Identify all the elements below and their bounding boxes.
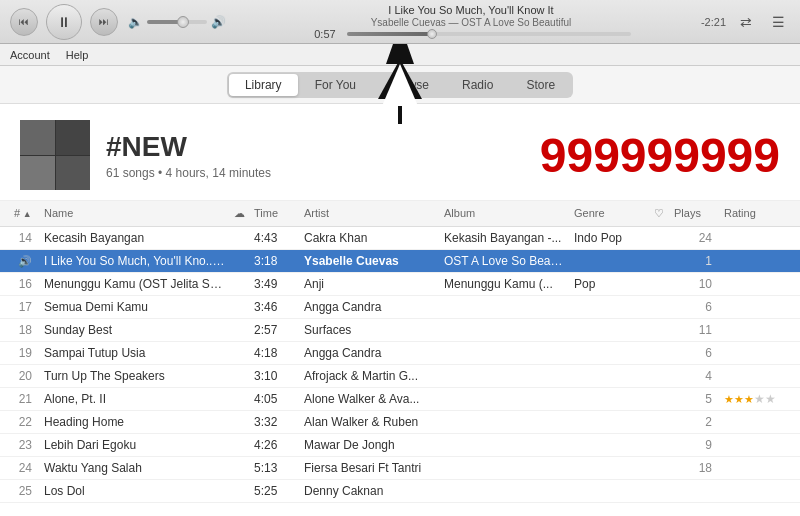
plays-count: 999999999: [540, 128, 780, 183]
tab-for-you[interactable]: For You: [299, 74, 372, 96]
table-row[interactable]: 18Sunday Best2:57Surfaces11: [0, 319, 800, 342]
menu-help[interactable]: Help: [66, 49, 89, 61]
tab-store[interactable]: Store: [510, 74, 571, 96]
track-heart[interactable]: [650, 375, 670, 377]
track-artist: Angga Candra: [300, 345, 440, 361]
tab-radio[interactable]: Radio: [446, 74, 509, 96]
track-rating[interactable]: [720, 490, 790, 492]
cloud-status: [230, 329, 250, 331]
album-name: #NEW: [106, 130, 540, 164]
star-filled: ★: [724, 393, 734, 405]
time-remaining: -2:21: [701, 16, 726, 28]
album-info: #NEW 61 songs • 4 hours, 14 minutes: [106, 130, 540, 180]
table-row[interactable]: 14Kecasih Bayangan4:43Cakra KhanKekasih …: [0, 227, 800, 250]
track-name: Waktu Yang Salah: [40, 460, 230, 476]
th-plays[interactable]: Plays: [670, 205, 720, 222]
volume-high-icon: 🔊: [211, 15, 226, 29]
track-album: [440, 375, 570, 377]
track-plays: 6: [670, 345, 720, 361]
track-number: 17: [10, 299, 40, 315]
tab-browse[interactable]: Browse: [373, 74, 445, 96]
th-time[interactable]: Time: [250, 205, 300, 222]
menu-bar: Account Help: [0, 44, 800, 66]
play-button[interactable]: ⏸: [46, 4, 82, 40]
table-row[interactable]: 19Sampai Tutup Usia4:18Angga Candra6: [0, 342, 800, 365]
track-heart[interactable]: [650, 306, 670, 308]
table-row[interactable]: 23Lebih Dari Egoku4:26Mawar De Jongh9: [0, 434, 800, 457]
next-button[interactable]: ⏭: [90, 8, 118, 36]
th-rating[interactable]: Rating: [720, 205, 790, 222]
track-number: 16: [10, 276, 40, 292]
track-heart[interactable]: [650, 444, 670, 446]
track-rating[interactable]: [720, 260, 790, 262]
track-album: [440, 490, 570, 492]
volume-slider[interactable]: [147, 20, 207, 24]
th-number[interactable]: #: [10, 205, 40, 222]
table-row[interactable]: 21Alone, Pt. II4:05Alone Walker & Ava...…: [0, 388, 800, 411]
table-row[interactable]: 17Semua Demi Kamu3:46Angga Candra6: [0, 296, 800, 319]
track-rating[interactable]: [720, 467, 790, 469]
progress-bar-container: 0:57: [311, 28, 631, 40]
prev-button[interactable]: ⏮: [10, 8, 38, 36]
track-album: [440, 352, 570, 354]
track-heart[interactable]: [650, 283, 670, 285]
table-row[interactable]: 22Heading Home3:32Alan Walker & Ruben2: [0, 411, 800, 434]
track-heart[interactable]: [650, 398, 670, 400]
th-genre[interactable]: Genre: [570, 205, 650, 222]
track-heart[interactable]: [650, 421, 670, 423]
progress-thumb[interactable]: [427, 29, 437, 39]
track-artist: Afrojack & Martin G...: [300, 368, 440, 384]
track-rating[interactable]: [720, 375, 790, 377]
table-row[interactable]: 25Los Dol5:25Denny Caknan: [0, 480, 800, 503]
track-album: [440, 306, 570, 308]
track-time: 5:13: [250, 460, 300, 476]
album-art-cell-3: [20, 156, 55, 191]
progress-track[interactable]: [347, 32, 631, 36]
track-rating[interactable]: [720, 444, 790, 446]
track-rating[interactable]: [720, 237, 790, 239]
track-heart[interactable]: [650, 467, 670, 469]
nav-tabs: Library For You Browse Radio Store: [227, 72, 573, 98]
cloud-status: [230, 352, 250, 354]
track-genre: [570, 444, 650, 446]
track-artist: Ysabelle Cuevas: [300, 253, 440, 269]
th-album[interactable]: Album: [440, 205, 570, 222]
top-right-controls: -2:21 ⇄ ☰: [701, 10, 790, 34]
list-button[interactable]: ☰: [766, 10, 790, 34]
track-time: 3:46: [250, 299, 300, 315]
table-row[interactable]: 24Waktu Yang Salah5:13Fiersa Besari Ft T…: [0, 457, 800, 480]
th-name[interactable]: Name: [40, 205, 230, 222]
table-body: 14Kecasih Bayangan4:43Cakra KhanKekasih …: [0, 227, 800, 516]
shuffle-button[interactable]: ⇄: [734, 10, 758, 34]
table-row[interactable]: 20Turn Up The Speakers3:10Afrojack & Mar…: [0, 365, 800, 388]
menu-account[interactable]: Account: [10, 49, 50, 61]
track-name: Semua Demi Kamu: [40, 299, 230, 315]
tab-library[interactable]: Library: [229, 74, 298, 96]
track-heart[interactable]: [650, 260, 670, 262]
track-rating[interactable]: [720, 352, 790, 354]
track-number: 🔊: [10, 253, 40, 269]
track-rating[interactable]: [720, 329, 790, 331]
track-heart[interactable]: [650, 329, 670, 331]
th-artist[interactable]: Artist: [300, 205, 440, 222]
track-heart[interactable]: [650, 237, 670, 239]
cloud-status: [230, 398, 250, 400]
top-bar: ⏮ ⏸ ⏭ 🔈 🔊 I Like You So Much, You'll Kno…: [0, 0, 800, 44]
table-row[interactable]: 16Menunggu Kamu (OST Jelita Seju...3:49A…: [0, 273, 800, 296]
track-number: 25: [10, 483, 40, 499]
track-time: 2:57: [250, 322, 300, 338]
track-rating[interactable]: [720, 283, 790, 285]
star-empty: ★: [754, 392, 765, 406]
track-rating[interactable]: ★★★★★: [720, 391, 790, 407]
track-time: 3:32: [250, 414, 300, 430]
table-row[interactable]: 🔊I Like You So Much, You'll Kno... •••3:…: [0, 250, 800, 273]
track-rating[interactable]: [720, 421, 790, 423]
track-rating[interactable]: [720, 306, 790, 308]
track-genre: [570, 467, 650, 469]
volume-thumb[interactable]: [177, 16, 189, 28]
cloud-status: [230, 260, 250, 262]
track-heart[interactable]: [650, 352, 670, 354]
track-heart[interactable]: [650, 490, 670, 492]
track-name: Sampai Tutup Usia: [40, 345, 230, 361]
track-artist: Denny Caknan: [300, 483, 440, 499]
